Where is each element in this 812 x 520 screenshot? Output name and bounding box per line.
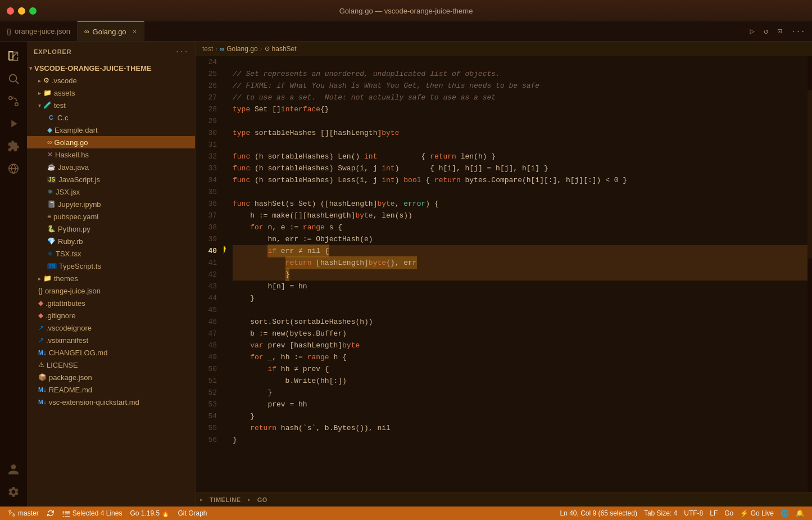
- close-button[interactable]: [7, 7, 14, 15]
- status-notifications[interactable]: 🔔: [792, 509, 808, 517]
- sidebar-item-gitignore[interactable]: ◆ .gitignore: [27, 309, 195, 322]
- status-sync[interactable]: [43, 507, 58, 520]
- code-line-53: prev = hh: [233, 399, 808, 410]
- sidebar-item-vscode[interactable]: ▸ ⚙ .vscode: [27, 74, 195, 87]
- code-editor[interactable]: // Set represents an unordered, unduplic…: [224, 56, 808, 492]
- sidebar-item-ruby[interactable]: 💎 Ruby.rb: [27, 235, 195, 247]
- run-icon[interactable]: ▷: [747, 25, 756, 37]
- sidebar-item-haskell[interactable]: ✕ Haskell.hs: [27, 148, 195, 161]
- code-line-30: type sortableHashes [][hashLength]byte: [233, 127, 808, 139]
- tab-icon-json: {}: [7, 28, 11, 35]
- split-editor-icon[interactable]: ↺: [761, 25, 770, 37]
- code-line-44: }: [233, 292, 808, 304]
- sidebar-item-license[interactable]: ⚠ LICENSE: [27, 359, 195, 371]
- code-line-51: b.Write(hh[:]): [233, 375, 808, 387]
- status-cursor[interactable]: Ln 40, Col 9 (65 selected): [556, 509, 640, 517]
- activity-explorer[interactable]: [3, 46, 24, 66]
- sidebar-item-golang[interactable]: ∞ Golang.go: [27, 136, 195, 148]
- sidebar-item-label: TypeScript.ts: [59, 262, 101, 270]
- themes-folder-icon: 📁: [43, 274, 52, 282]
- dart-file-icon: ◆: [47, 126, 52, 134]
- sidebar-item-java[interactable]: ☕ Java.java: [27, 161, 195, 173]
- sidebar-item-gitattributes[interactable]: ◆ .gitattributes: [27, 297, 195, 309]
- activity-settings[interactable]: [3, 482, 24, 502]
- sidebar-item-pubspec[interactable]: ≡ pubspec.yaml: [27, 210, 195, 223]
- package-json-icon: 📦: [38, 373, 47, 381]
- tab-close-go[interactable]: ✕: [132, 28, 137, 35]
- activity-account[interactable]: [3, 459, 24, 480]
- status-cursor-text: Ln 40, Col 9 (65 selected): [560, 509, 637, 517]
- minimap[interactable]: [808, 56, 812, 492]
- sidebar-item-package-json[interactable]: 📦 package.json: [27, 371, 195, 383]
- breadcrumb: test › ∞ Golang.go › ⊙ hashSet: [196, 42, 812, 56]
- code-line-36: func hashSet(s Set) ([hashLength]byte, e…: [233, 198, 808, 210]
- sidebar-item-label: TSX.tsx: [56, 250, 81, 258]
- activity-run-debug[interactable]: [3, 114, 24, 134]
- code-line-32: func (h sortableHashes) Len() int { retu…: [233, 151, 808, 162]
- tab-orange-juice-json[interactable]: {} orange-juice.json: [0, 21, 78, 41]
- sidebar-item-root[interactable]: ▾ VSCODE-ORANGE-JUICE-THEME: [27, 62, 195, 74]
- sidebar-item-dart[interactable]: ◆ Example.dart: [27, 124, 195, 136]
- tab-golang-go[interactable]: ∞ Golang.go ✕: [78, 21, 144, 41]
- sidebar-item-label: Haskell.hs: [55, 151, 89, 159]
- sidebar-item-orange-juice-json[interactable]: {} orange-juice.json: [27, 284, 195, 297]
- status-language[interactable]: Go: [721, 509, 737, 517]
- code-line-42: }: [233, 269, 808, 281]
- svg-line-2: [16, 81, 19, 84]
- status-selection[interactable]: Selected 4 Lines: [59, 507, 126, 520]
- code-line-25: // Set represents an unordered, unduplic…: [233, 68, 808, 80]
- sidebar-item-javascript[interactable]: JS JavaScript.js: [27, 173, 195, 186]
- sidebar-item-tsx[interactable]: ⚛ TSX.tsx: [27, 247, 195, 260]
- sidebar-item-vscodeignore[interactable]: ↗ .vscodeignore: [27, 322, 195, 334]
- sidebar-item-jupyter[interactable]: 📓 Jupyter.ipynb: [27, 198, 195, 210]
- panel-expand-icon-2[interactable]: ▸: [248, 496, 251, 503]
- editor[interactable]: 24 25 26 27 28 29 30 31 32 33 34 35 36 3…: [196, 56, 812, 492]
- minimize-button[interactable]: [18, 7, 25, 15]
- sidebar-item-assets[interactable]: ▸ 📁 assets: [27, 87, 195, 99]
- sidebar-item-themes[interactable]: ▸ 📁 themes: [27, 272, 195, 284]
- file-tree: ▾ VSCODE-ORANGE-JUICE-THEME ▸ ⚙ .vscode …: [27, 62, 195, 507]
- sidebar-item-changelog[interactable]: M↓ CHANGELOG.md: [27, 346, 195, 359]
- status-go-live[interactable]: ⚡ Go Live: [737, 509, 777, 517]
- status-go-text: Go 1.19.5 🔥: [130, 509, 170, 517]
- sidebar-item-label: Ruby.rb: [58, 237, 83, 246]
- activity-source-control[interactable]: [3, 91, 24, 111]
- status-line-ending-text: LF: [710, 509, 718, 517]
- status-git-graph[interactable]: Git Graph: [174, 507, 210, 520]
- status-go-version[interactable]: Go 1.19.5 🔥: [126, 507, 173, 520]
- sidebar-item-quickstart[interactable]: M↓ vsc-extension-quickstart.md: [27, 396, 195, 408]
- bottom-panels: ▸ TIMELINE ▸ GO: [196, 492, 812, 507]
- panel-go[interactable]: GO: [253, 495, 272, 504]
- sidebar-item-label: package.json: [49, 373, 92, 382]
- status-right: Ln 40, Col 9 (65 selected) Tab Size: 4 U…: [556, 509, 808, 517]
- java-file-icon: ☕: [47, 163, 56, 171]
- code-line-46: sort.Sort(sortableHashes(h)): [233, 316, 808, 328]
- panel-expand-icon[interactable]: ▸: [200, 496, 203, 503]
- activity-remote[interactable]: [3, 159, 24, 179]
- sidebar-header: EXPLORER ···: [27, 42, 195, 62]
- status-tab-size[interactable]: Tab Size: 4: [641, 509, 681, 517]
- status-globe[interactable]: 🌐: [777, 509, 792, 517]
- layout-icon[interactable]: ⊡: [775, 25, 784, 37]
- sidebar-item-test[interactable]: ▾ 🧪 test: [27, 99, 195, 111]
- sidebar-item-jsx[interactable]: ⚛ JSX.jsx: [27, 186, 195, 198]
- activity-search[interactable]: [3, 69, 24, 89]
- lightbulb-icon[interactable]: 💡: [224, 245, 228, 257]
- sidebar-item-vsixmanifest[interactable]: ↗ .vsixmanifest: [27, 334, 195, 346]
- sidebar-item-c[interactable]: C C.c: [27, 111, 195, 124]
- status-line-ending[interactable]: LF: [706, 509, 721, 517]
- sidebar-item-typescript[interactable]: TS TypeScript.ts: [27, 260, 195, 272]
- panel-timeline[interactable]: TIMELINE: [205, 495, 246, 504]
- vscode-folder-icon: ⚙: [43, 76, 49, 84]
- status-branch[interactable]: master: [4, 507, 42, 520]
- status-encoding[interactable]: UTF-8: [681, 509, 706, 517]
- sidebar-item-readme[interactable]: M↓ README.md: [27, 383, 195, 396]
- gitattributes-icon: ◆: [38, 299, 43, 307]
- sidebar-item-label: .gitignore: [46, 311, 75, 320]
- maximize-button[interactable]: [29, 7, 37, 15]
- more-actions-icon[interactable]: ···: [789, 26, 808, 37]
- code-line-50: if hh ≠ prev {: [233, 363, 808, 375]
- activity-extensions[interactable]: [3, 136, 24, 156]
- sidebar-more-actions[interactable]: ···: [175, 48, 188, 56]
- sidebar-item-python[interactable]: 🐍 Python.py: [27, 223, 195, 235]
